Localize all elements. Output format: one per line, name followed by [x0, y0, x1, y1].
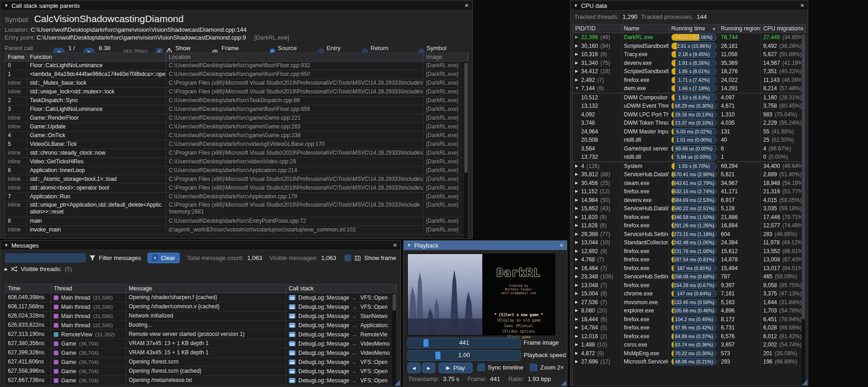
col-callstack[interactable]: Call stack	[286, 284, 396, 293]
expand-icon[interactable]: ▶	[575, 33, 579, 41]
cpu-process-row[interactable]: 3,748DWM Token Thread23.37 ms (0.10%)4,0…	[573, 119, 805, 127]
expand-icon[interactable]: ▶	[575, 230, 579, 238]
message-row[interactable]: 627,380,356nsGame(36,704)VRAM 37x45: 13 …	[5, 339, 396, 348]
collapse-icon[interactable]: ▼	[407, 243, 411, 248]
entry-path[interactable]: C:\Users\wolf\Desktop\darkrl\src\game\vi…	[36, 34, 246, 41]
playback-titlebar[interactable]: ▼ Playback ✕	[404, 241, 567, 250]
expand-icon[interactable]: ▶	[575, 179, 579, 187]
message-callstack[interactable]: DebugLog::Message←VFS::Open	[286, 367, 396, 375]
callstack-row[interactable]: 7Application::RunC:\Users\wolf\Desktop\d…	[5, 193, 468, 202]
callstack-row[interactable]: inlineVideo::GetTicksHiResC:\Users\wolf\…	[5, 158, 468, 167]
cpu-process-row[interactable]: ▶10,316(9)Tracy.exe2.18 s (9.45%)11,0585…	[573, 50, 805, 59]
cpu-process-row[interactable]: ▼7,144(8)dwm.exe1.66 s (7.18%)14,2918,21…	[573, 84, 805, 93]
cpu-process-row[interactable]: ▶16,464(7)firefox.exe187 ms (0.81%)15,49…	[573, 264, 805, 273]
cpu-process-row[interactable]: ▶13,048(7)firefox.exe154.28 ms (0.67%)9,…	[573, 281, 805, 290]
cpu-process-row[interactable]: 10,512DWM Compositor Thread1.53 s (6.63%…	[573, 93, 805, 102]
col-cpu-migrations[interactable]: CPU migrations	[761, 24, 805, 33]
zoom-checkbox[interactable]	[530, 364, 537, 371]
cpu-process-row[interactable]: ▶4,768(7)firefox.exe187.54 ms (0.81%)14,…	[573, 255, 805, 264]
cpu-process-row[interactable]: ▶27,536(7)msvsmon.exe133.45 ms (0.58%)5,…	[573, 298, 805, 307]
callstack-row[interactable]: inlinestd::chrono::steady_clock::nowC:\P…	[5, 149, 468, 158]
message-row[interactable]: 627,411,606nsGame(36,704)Opening /forest…	[5, 358, 396, 367]
expand-icon[interactable]: ▶	[575, 162, 579, 170]
expand-icon[interactable]: ▶	[575, 272, 579, 281]
expand-icon[interactable]: ▶	[575, 255, 579, 264]
col-running-regions[interactable]: Running regions	[719, 24, 761, 33]
cpu-process-row[interactable]: ▶31,340(75)devenv.exe1.91 s (8.26%)35,36…	[573, 59, 805, 68]
expand-icon[interactable]: ▶	[575, 281, 579, 289]
cpu-process-row[interactable]: ▶4(126)System1.55 s (6.70%)69,29434,400(…	[573, 162, 805, 171]
col-frame[interactable]: Frame	[5, 53, 27, 61]
cpu-process-row[interactable]: 13,732ntdll.dll5.84 us (0.00%)10(0.00%)	[573, 153, 805, 162]
cpu-process-row[interactable]: ▶34,412(18)ScriptedSandbox64.exe1.85 s (…	[573, 67, 805, 76]
clear-button[interactable]: ✕ Clear	[148, 253, 180, 263]
col-message[interactable]: Message	[126, 284, 286, 293]
message-row[interactable]: 627,667,736nsGame(36,704)Opening /meta/r…	[5, 376, 396, 385]
callstack-row[interactable]: 4Game::OnTickC:\Users\wolf\Desktop\darkr…	[5, 132, 468, 140]
show-frame-label[interactable]: Show frame	[364, 254, 396, 261]
expand-icon[interactable]: ▶	[575, 187, 579, 196]
cpu-process-row[interactable]: ▶13,044(10)StandardCollector.Servic242.4…	[573, 238, 805, 247]
message-row[interactable]: 606,049,398nsMain thread(31,596)Opening …	[5, 293, 396, 302]
cpu-process-row[interactable]: ▶27,696(17)Microsoft.ServiceHub.Co48.06 …	[573, 358, 805, 366]
cpu-process-row[interactable]: ▶14,784(5)firefox.exe97.95 ms (0.42%)6,7…	[573, 323, 805, 332]
callstack-icon[interactable]	[289, 359, 296, 365]
close-icon[interactable]: ✕	[559, 242, 564, 248]
play-button[interactable]: ▶ Play	[439, 363, 473, 373]
expand-icon[interactable]: ▶	[575, 306, 579, 315]
message-callstack[interactable]: DebugLog::Message←VFS::Open	[286, 376, 396, 385]
visible-threads-row[interactable]: ▶ Visible threads: (5)	[1, 266, 400, 275]
expand-icon[interactable]: ▶	[575, 59, 579, 67]
expand-icon[interactable]: ▶	[575, 238, 579, 247]
message-row[interactable]: 626,833,622nsMain thread(31,596)Booting.…	[5, 321, 396, 330]
cpu-process-row[interactable]: ▶4,872(9)MsMpEng.exe70.22 ms (0.30%)5732…	[573, 349, 805, 358]
expand-icon[interactable]: ▶	[575, 42, 579, 50]
sync-timeline-checkbox[interactable]	[477, 364, 485, 371]
callstack-row[interactable]: inlinestd::atomic<bool>::operator boolC:…	[5, 184, 468, 193]
expand-icon[interactable]: ▶	[575, 247, 579, 255]
callstack-row[interactable]: 5VideoGLBase::TickC:\Users\wolf\Desktop\…	[5, 140, 468, 149]
cpu-process-row[interactable]: ▶11,152(12)firefox.exe632.15 ms (2.74%)4…	[573, 187, 805, 196]
cpu-process-row[interactable]: ▶22,396(49)DarkRL.exe14.33 s (62.06%)78,…	[573, 33, 805, 42]
callstack-icon[interactable]	[289, 378, 296, 383]
col-location[interactable]: Location	[166, 53, 423, 61]
callstack-row[interactable]: inlineGame::RenderFloorC:\Users\wolf\Des…	[5, 114, 468, 123]
message-callstack[interactable]: DebugLog::Message←RemoteVie	[286, 330, 396, 339]
message-callstack[interactable]: DebugLog::Message←VFS::Open	[286, 358, 396, 366]
cpu-process-row[interactable]: ▶30,456(25)steam.exe643.61 ms (2.79%)34,…	[573, 179, 805, 188]
message-row[interactable]: 627,313,190nsRemoteView(31,392)Remote vi…	[5, 330, 396, 339]
cpu-process-row[interactable]: ▶18,444(6)firefox.exe104.2 ms (0.45%)8,1…	[573, 315, 805, 324]
cpu-process-row[interactable]: ▶14,984(50)devenv.exe584.69 ms (2.53%)6,…	[573, 196, 805, 205]
expand-icon[interactable]: ▶	[575, 323, 579, 332]
message-row[interactable]: 627,558,996nsGame(36,704)Opening /forest…	[5, 367, 396, 376]
callstack-row[interactable]: inlinestd::unique_ptr<Application,std::d…	[5, 202, 468, 217]
cpu-process-row[interactable]: ▶30,160(84)ScriptedSandbox64.exe2.51 s (…	[573, 42, 805, 51]
messages-scrollbar[interactable]	[392, 293, 396, 386]
callstack-row[interactable]: 1<lambda_84a19dc444fae966ca174e83e708bdc…	[5, 70, 468, 79]
expand-icon[interactable]: ▶	[575, 349, 579, 358]
cpu-process-row[interactable]: ▶35,812(88)ServiceHub.DataWarehou670.41 …	[573, 170, 805, 179]
callstack-icon[interactable]	[289, 332, 296, 337]
cpu-process-row[interactable]: 3,564GameInput server69.68 us (0.00%)64(…	[573, 144, 805, 153]
location-path[interactable]: C:\Users\wolf\Desktop\darkrl\src\game\vi…	[30, 26, 246, 33]
expand-icon[interactable]: ▶	[575, 204, 579, 213]
resize-grip[interactable]	[394, 380, 400, 386]
step-back-button[interactable]: ◀	[407, 363, 421, 373]
col-thread[interactable]: Thread	[51, 284, 126, 293]
cpu-process-row[interactable]: ▶15,652(43)ServiceHub.DataWarehou580.22 …	[573, 204, 805, 213]
expand-icon[interactable]: ▶	[575, 67, 579, 75]
message-callstack[interactable]: DebugLog::Message←StartNetwo	[286, 312, 396, 320]
callstack-icon[interactable]	[289, 313, 296, 319]
col-pid-tid[interactable]: PID/TID	[573, 24, 622, 33]
expand-icon[interactable]: ▶	[575, 221, 579, 230]
expand-icon[interactable]: ▶	[575, 298, 579, 306]
expand-icon[interactable]: ▶	[5, 267, 8, 271]
expand-icon[interactable]: ▶	[575, 170, 579, 179]
close-icon[interactable]: ✕	[800, 2, 805, 9]
playback-speed-slider[interactable]: 1.00	[407, 350, 521, 361]
resize-grip[interactable]	[561, 380, 566, 386]
expand-icon[interactable]: ▼	[575, 84, 579, 92]
callstack-row[interactable]: 8mainC:\Users\wolf\Desktop\darkrl\src\En…	[5, 217, 468, 226]
expand-icon[interactable]: ▶	[575, 341, 579, 349]
cpu-process-row[interactable]: ▶12,016(2)firefox.exe84.89 ms (0.37%)6,5…	[573, 332, 805, 341]
